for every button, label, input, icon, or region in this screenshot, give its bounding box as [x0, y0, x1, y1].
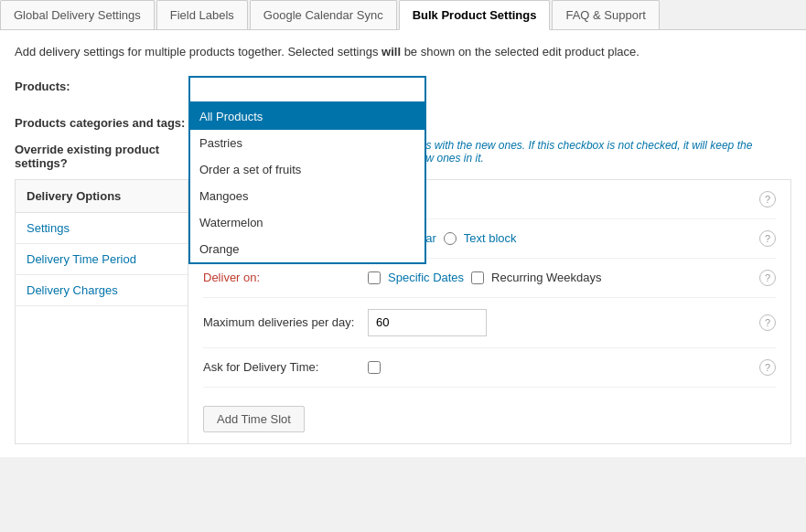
- tab-google-calendar-sync[interactable]: Google Calendar Sync: [250, 0, 397, 29]
- tab-global-delivery-settings[interactable]: Global Delivery Settings: [0, 0, 155, 29]
- deliver-on-help-icon[interactable]: ?: [759, 270, 776, 286]
- description-text: Add delivery settings for multiple produ…: [15, 43, 791, 61]
- dropdown-item-all-products[interactable]: All Products: [190, 103, 424, 130]
- deliver-on-control: Specific Dates Recurring Weekdays: [368, 271, 759, 284]
- ask-delivery-time-checkbox[interactable]: [368, 361, 381, 374]
- sidebar-item-delivery-time-period[interactable]: Delivery Time Period: [16, 244, 188, 275]
- products-row: Products: All Products Pastries Order a …: [15, 76, 791, 103]
- max-deliveries-row: Maximum deliveries per day: ?: [203, 309, 776, 348]
- ask-delivery-time-help-icon[interactable]: ?: [759, 359, 776, 376]
- products-dropdown-list: All Products Pastries Order a set of fru…: [188, 103, 426, 264]
- products-field: All Products Pastries Order a set of fru…: [188, 76, 791, 103]
- sidebar-item-delivery-charges[interactable]: Delivery Charges: [16, 275, 188, 306]
- ask-delivery-time-control: [368, 361, 759, 374]
- tab-bulk-product-settings[interactable]: Bulk Product Settings: [399, 0, 551, 30]
- dropdown-item-pastries[interactable]: Pastries: [190, 130, 424, 156]
- ask-delivery-time-label: Ask for Delivery Time:: [203, 360, 368, 374]
- categories-label: Products categories and tags:: [15, 112, 188, 130]
- dropdown-item-order-fruits[interactable]: Order a set of fruits: [190, 156, 424, 183]
- delivery-option-help-icon[interactable]: ?: [759, 230, 776, 247]
- products-label: Products:: [15, 76, 188, 93]
- override-label: Override existing product settings?: [15, 139, 188, 170]
- left-sidebar: Delivery Options Settings Delivery Time …: [15, 179, 188, 444]
- tab-field-labels[interactable]: Field Labels: [156, 0, 248, 29]
- tab-faq-support[interactable]: FAQ & Support: [552, 0, 659, 29]
- deliver-on-label: Deliver on:: [203, 271, 368, 284]
- products-input[interactable]: [188, 76, 426, 103]
- dropdown-item-watermelon[interactable]: Watermelon: [190, 209, 424, 236]
- recurring-weekdays-label: Recurring Weekdays: [491, 271, 601, 284]
- max-deliveries-control: [368, 309, 759, 336]
- max-deliveries-label: Maximum deliveries per day:: [203, 315, 368, 329]
- max-deliveries-input[interactable]: [368, 309, 487, 336]
- delivery-option-control: Calendar Text block: [368, 231, 759, 245]
- ask-delivery-time-row: Ask for Delivery Time: ?: [203, 359, 776, 388]
- tabs-bar: Global Delivery Settings Field Labels Go…: [0, 0, 806, 30]
- max-deliveries-help-icon[interactable]: ?: [759, 314, 776, 331]
- deliver-on-row: Deliver on: Specific Dates Recurring Wee…: [203, 270, 776, 298]
- dropdown-item-mangoes[interactable]: Mangoes: [190, 183, 424, 209]
- products-dropdown-container: All Products Pastries Order a set of fru…: [188, 76, 426, 103]
- recurring-weekdays-checkbox[interactable]: [471, 271, 484, 284]
- sidebar-item-settings[interactable]: Settings: [16, 213, 188, 244]
- enable-delivery-date-help-icon[interactable]: ?: [759, 191, 776, 207]
- main-content: Add delivery settings for multiple produ…: [0, 30, 806, 457]
- sidebar-header: Delivery Options: [16, 180, 188, 213]
- enable-delivery-date-control: [368, 193, 759, 206]
- dropdown-item-orange[interactable]: Orange: [190, 236, 424, 262]
- delivery-option-textblock-radio[interactable]: [444, 232, 457, 245]
- specific-dates-checkbox[interactable]: [368, 271, 381, 284]
- specific-dates-label: Specific Dates: [388, 271, 464, 284]
- delivery-option-textblock-label: Text block: [464, 231, 517, 245]
- add-time-slot-button[interactable]: Add Time Slot: [203, 406, 305, 432]
